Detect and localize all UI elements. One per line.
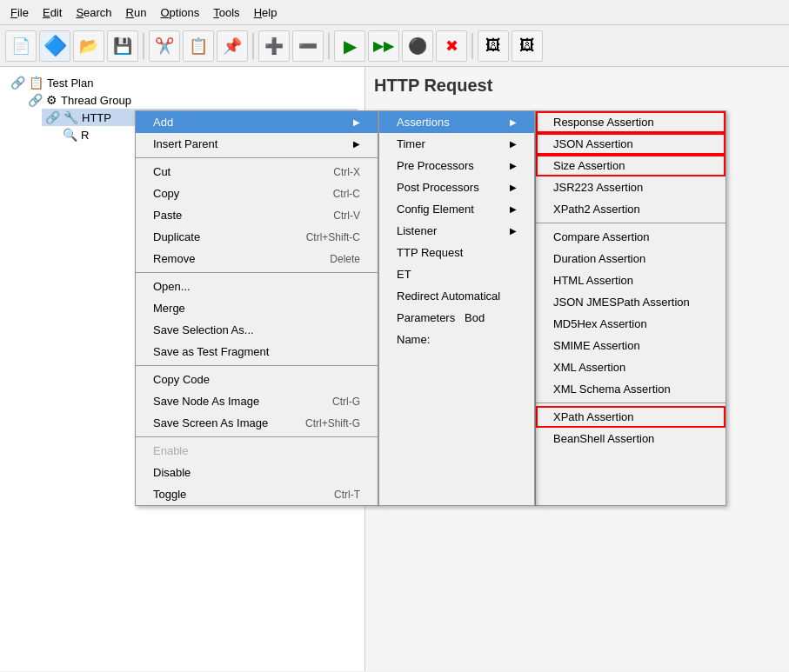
menu-file[interactable]: File [3,3,36,23]
ctx-save-screen-image[interactable]: Save Screen As Image Ctrl+Shift-G [136,412,378,434]
menu-bar: File Edit Search Run Options Tools Help [0,0,789,25]
r-icon: 🔍 [63,128,77,142]
sub2-json-assertion[interactable]: JSON Assertion [536,133,725,155]
http-label: HTTP [82,111,111,124]
sub2-html[interactable]: HTML Assertion [536,269,725,291]
menu-options[interactable]: Options [153,3,206,23]
ctx-cut[interactable]: Cut Ctrl-X [136,161,378,183]
ctx-insert-arrow: ▶ [353,139,360,149]
toolbar-clear[interactable]: ✖ [436,30,467,62]
sub1-assertions-arrow: ▶ [510,117,517,127]
submenu2: Response Assertion JSON Assertion Size A… [535,110,726,506]
menu-help[interactable]: Help [247,3,284,23]
sub2-response-assertion[interactable]: Response Assertion [536,111,725,133]
sub1-timer-arrow: ▶ [510,139,517,149]
sub1-assertions[interactable]: Assertions ▶ [379,111,534,133]
ctx-sep4 [136,436,378,437]
sub1-params[interactable]: Parameters Bod [379,307,534,329]
testplan-label: Test Plan [47,77,93,90]
menu-search[interactable]: Search [69,3,118,23]
ctx-open[interactable]: Open... [136,276,378,297]
ctx-save-selection[interactable]: Save Selection As... [136,319,378,341]
sub2-smime[interactable]: SMIME Assertion [536,335,725,356]
threadgroup-label: Thread Group [61,94,131,107]
ctx-add[interactable]: Add ▶ [136,111,378,133]
ctx-merge[interactable]: Merge [136,297,378,319]
sub1-et[interactable]: ET [379,263,534,285]
toolbar-save[interactable]: 💾 [107,30,138,62]
toolbar-stop[interactable]: ⚫ [402,30,433,62]
sub1-pre-arrow: ▶ [510,161,517,170]
sub1-config[interactable]: Config Element ▶ [379,198,534,220]
toolbar-sep3 [328,33,330,59]
ctx-disable[interactable]: Disable [136,462,378,483]
ctx-remove[interactable]: Remove Delete [136,248,378,269]
toolbar-run[interactable]: ▶ [334,30,365,62]
sub1-timer[interactable]: Timer ▶ [379,133,534,155]
toolbar-sep4 [471,33,473,59]
ctx-duplicate[interactable]: Duplicate Ctrl+Shift-C [136,226,378,248]
ctx-enable: Enable [136,440,378,462]
sub1-redirect[interactable]: Redirect Automatical [379,285,534,307]
ctx-copy[interactable]: Copy Ctrl-C [136,183,378,204]
toolbar-cut[interactable]: ✂️ [149,30,180,62]
sub2-sep2 [536,403,725,403]
toolbar-run2[interactable]: ▶▶ [368,30,399,62]
ctx-save-node-image[interactable]: Save Node As Image Ctrl-G [136,390,378,412]
menu-edit[interactable]: Edit [36,3,69,23]
sub1-post[interactable]: Post Processors ▶ [379,176,534,198]
submenu1: Assertions ▶ Timer ▶ Pre Processors ▶ Po… [378,110,535,506]
sub1-post-arrow: ▶ [510,183,517,192]
sub2-md5hex[interactable]: MD5Hex Assertion [536,313,725,335]
context-menu: Add ▶ Insert Parent ▶ Cut Ctrl-X Copy Ct… [135,110,378,506]
toolbar-img1[interactable]: 🖼 [478,30,509,62]
sub2-beanshell[interactable]: BeanShell Assertion [536,428,725,449]
toolbar-new[interactable]: 📄 [5,30,37,62]
toolbar-img2[interactable]: 🖼 [512,30,543,62]
threadgroup-icon2: ⚙ [46,93,57,107]
ctx-copy-code[interactable]: Copy Code [136,369,378,390]
toolbar-remove[interactable]: ➖ [292,30,324,62]
sub2-sep1 [536,223,725,223]
context-menu-container: Add ▶ Insert Parent ▶ Cut Ctrl-X Copy Ct… [135,110,726,506]
toolbar-add[interactable]: ➕ [258,30,290,62]
ctx-paste[interactable]: Paste Ctrl-V [136,204,378,226]
ctx-save-fragment[interactable]: Save as Test Fragment [136,341,378,363]
sub1-config-arrow: ▶ [510,204,517,214]
ctx-toggle[interactable]: Toggle Ctrl-T [136,483,378,505]
menu-run[interactable]: Run [119,3,154,23]
ctx-insert-parent[interactable]: Insert Parent ▶ [136,133,378,155]
ctx-sep3 [136,365,378,366]
sub2-jmespath[interactable]: JSON JMESPath Assertion [536,291,725,313]
http-icon2: 🔧 [64,110,78,124]
sub2-size-assertion[interactable]: Size Assertion [536,155,725,176]
toolbar-open[interactable]: 🔷 [39,30,70,62]
r-label: R [81,129,89,142]
toolbar-sep2 [252,33,254,59]
sub2-xpath2[interactable]: XPath2 Assertion [536,198,725,220]
panel-title: HTTP Request [374,76,780,96]
sub1-listener[interactable]: Listener ▶ [379,220,534,242]
sub2-xmlschema[interactable]: XML Schema Assertion [536,378,725,400]
main-layout: 🔗 📋 Test Plan 🔗 ⚙ Thread Group 🔗 🔧 HTTP [0,67,789,671]
toolbar-open2[interactable]: 📂 [73,30,104,62]
toolbar-paste[interactable]: 📌 [217,30,248,62]
sub2-compare[interactable]: Compare Assertion [536,226,725,248]
sub1-http[interactable]: TTP Request [379,242,534,263]
tree-item-testplan[interactable]: 🔗 📋 Test Plan [7,74,358,91]
sub2-duration[interactable]: Duration Assertion [536,248,725,269]
sub2-jsr223[interactable]: JSR223 Assertion [536,176,725,198]
toolbar: 📄 🔷 📂 💾 ✂️ 📋 📌 ➕ ➖ ▶ ▶▶ ⚫ ✖ 🖼 🖼 [0,25,789,67]
sub2-xpath[interactable]: XPath Assertion [536,406,725,428]
tree-item-threadgroup[interactable]: 🔗 ⚙ Thread Group [24,91,358,109]
sub1-name[interactable]: Name: [379,329,534,350]
testplan-icon: 🔗 [10,76,25,90]
sub1-pre[interactable]: Pre Processors ▶ [379,155,534,176]
sub2-xml[interactable]: XML Assertion [536,356,725,378]
threadgroup-icon: 🔗 [28,93,43,107]
toolbar-copy[interactable]: 📋 [183,30,214,62]
left-panel: 🔗 📋 Test Plan 🔗 ⚙ Thread Group 🔗 🔧 HTTP [0,67,365,671]
toolbar-sep1 [143,33,144,59]
menu-tools[interactable]: Tools [206,3,246,23]
testplan-icon2: 📋 [29,76,43,90]
